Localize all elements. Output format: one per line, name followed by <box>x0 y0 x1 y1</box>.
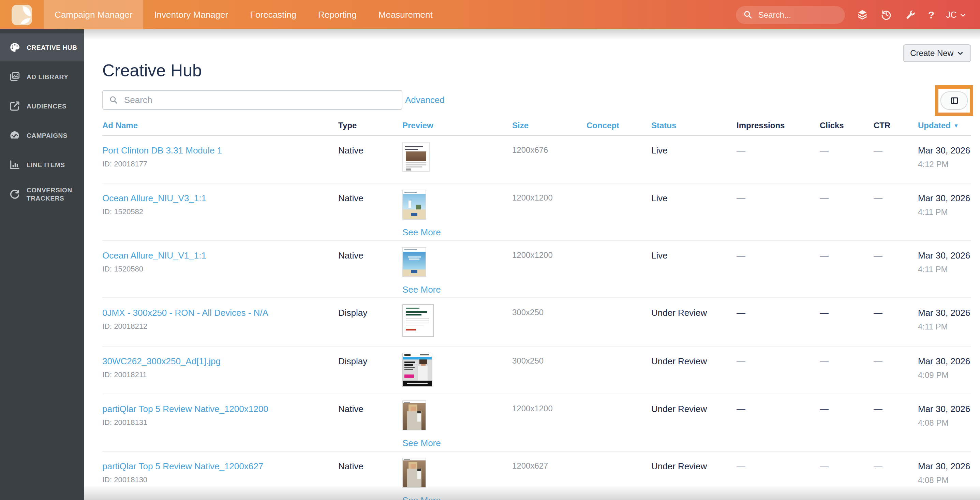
updated-date: Mar 30, 2026 <box>918 356 971 366</box>
ad-updated: Mar 30, 2026 4:08 PM <box>918 452 971 500</box>
sidebar-item-label: AUDIENCES <box>27 102 67 110</box>
user-menu[interactable]: JC <box>946 10 966 20</box>
bar-chart-icon <box>8 159 21 170</box>
ad-concept <box>587 452 651 500</box>
column-header-impressions: Impressions <box>737 121 820 130</box>
ad-id: ID: 1520580 <box>102 265 338 273</box>
ad-id: ID: 1520582 <box>102 207 338 215</box>
see-more-link[interactable]: See More <box>402 285 441 295</box>
updated-date: Mar 30, 2026 <box>918 461 971 471</box>
column-header-status[interactable]: Status <box>651 121 737 130</box>
ad-status: Live <box>651 241 737 298</box>
see-more-link[interactable]: See More <box>402 438 441 448</box>
column-header-type: Type <box>338 121 402 130</box>
see-more-link[interactable]: See More <box>402 495 441 500</box>
tab-reporting[interactable]: Reporting <box>307 0 368 29</box>
ad-impressions: — <box>737 183 820 240</box>
ad-type: Native <box>338 241 402 298</box>
ad-preview-thumbnail[interactable] <box>402 189 426 220</box>
tab-campaign-manager[interactable]: Campaign Manager <box>44 0 143 29</box>
column-header-concept[interactable]: Concept <box>587 121 651 130</box>
ad-size: 1200x1200 <box>512 394 587 451</box>
sidebar-item-ad-library[interactable]: AD LIBRARY <box>0 63 84 91</box>
ad-clicks: — <box>820 136 873 183</box>
updated-time: 4:11 PM <box>918 265 971 274</box>
ad-id: ID: 20018130 <box>102 475 338 484</box>
ad-ctr: — <box>873 347 918 393</box>
layers-icon[interactable] <box>857 8 869 21</box>
table-row: Ocean Allure_NIU_V1_1:1 ID: 1520580 Nati… <box>102 241 971 298</box>
column-header-size[interactable]: Size <box>512 121 587 130</box>
sidebar-item-label: CAMPAIGNS <box>27 131 67 140</box>
ad-ctr: — <box>873 183 918 240</box>
brand-logo[interactable] <box>0 0 44 29</box>
highlight-annotation <box>935 85 973 116</box>
ad-updated: Mar 30, 2026 4:11 PM <box>918 183 971 240</box>
create-new-button[interactable]: Create New <box>903 45 971 62</box>
page-title: Creative Hub <box>102 61 202 81</box>
sidebar-item-conversion-trackers[interactable]: CONVERSION TRACKERS <box>0 180 84 208</box>
ad-preview-thumbnail[interactable] <box>402 353 433 387</box>
ad-preview-thumbnail[interactable] <box>402 400 426 430</box>
updated-time: 4:11 PM <box>918 207 971 217</box>
left-sidebar: CREATIVE HUB AD LIBRARY AUD <box>0 29 84 500</box>
tab-forecasting[interactable]: Forecasting <box>239 0 307 29</box>
sidebar-item-line-items[interactable]: LINE ITEMS <box>0 151 84 179</box>
ad-name-link[interactable]: 0JMX - 300x250 - RON - All Devices - N/A <box>102 307 338 318</box>
advanced-search-link[interactable]: Advanced <box>405 95 445 105</box>
sidebar-item-campaigns[interactable]: CAMPAIGNS <box>0 121 84 150</box>
ad-size: 300x250 <box>512 347 587 393</box>
create-new-label: Create New <box>910 48 953 58</box>
ad-id: ID: 20018212 <box>102 322 338 330</box>
ad-clicks: — <box>820 347 873 393</box>
ad-name-link[interactable]: Port Clinton DB 3.31 Module 1 <box>102 145 338 156</box>
tab-measurement[interactable]: Measurement <box>368 0 444 29</box>
column-header-clicks: Clicks <box>820 121 873 130</box>
sidebar-item-audiences[interactable]: AUDIENCES <box>0 92 84 120</box>
column-header-ctr: CTR <box>873 121 918 130</box>
global-search-box[interactable] <box>736 6 845 24</box>
ad-status: Live <box>651 183 737 240</box>
ad-type: Native <box>338 394 402 451</box>
creatives-table: Ad Name Type Preview Size Concept Status… <box>102 121 971 500</box>
column-header-ad-name[interactable]: Ad Name <box>102 121 338 130</box>
tab-inventory-manager[interactable]: Inventory Manager <box>143 0 239 29</box>
table-search-input[interactable] <box>123 94 396 106</box>
table-row: partiQlar Top 5 Review Native_1200x1200 … <box>102 394 971 452</box>
updated-time: 4:12 PM <box>918 159 971 169</box>
history-icon[interactable] <box>880 8 893 21</box>
view-toggle-button[interactable] <box>940 91 968 110</box>
updated-time: 4:09 PM <box>918 370 971 380</box>
ad-preview-thumbnail[interactable] <box>402 304 434 337</box>
sidebar-item-label: CREATIVE HUB <box>27 43 77 51</box>
ad-preview-thumbnail[interactable] <box>402 458 426 488</box>
ad-name-link[interactable]: 30WC262_300x250_Ad[1].jpg <box>102 356 338 366</box>
ad-status: Live <box>651 136 737 183</box>
column-header-preview[interactable]: Preview <box>402 121 512 130</box>
wrench-icon[interactable] <box>904 8 916 21</box>
table-search-box[interactable] <box>102 90 402 110</box>
ad-name-link[interactable]: Ocean Allure_NIU_V1_1:1 <box>102 250 338 261</box>
ad-concept <box>587 183 651 240</box>
ad-type: Native <box>338 136 402 183</box>
ad-status: Under Review <box>651 298 737 346</box>
ad-preview-thumbnail[interactable] <box>402 247 426 277</box>
ad-type: Native <box>338 452 402 500</box>
ad-name-link[interactable]: Ocean Allure_NIU_V3_1:1 <box>102 193 338 203</box>
help-icon[interactable]: ? <box>928 9 934 21</box>
user-initials: JC <box>946 10 957 20</box>
ad-preview-thumbnail[interactable] <box>402 142 430 172</box>
updated-date: Mar 30, 2026 <box>918 145 971 156</box>
column-header-updated[interactable]: Updated▼ <box>918 121 971 130</box>
ad-size: 300x250 <box>512 298 587 346</box>
global-search-input[interactable] <box>757 9 837 20</box>
top-shadow <box>84 29 980 40</box>
ad-name-link[interactable]: partiQlar Top 5 Review Native_1200x1200 <box>102 404 338 414</box>
sidebar-item-creative-hub[interactable]: CREATIVE HUB <box>0 33 84 61</box>
ad-status: Under Review <box>651 452 737 500</box>
see-more-link[interactable]: See More <box>402 227 441 237</box>
table-row: partiQlar Top 5 Review Native_1200x627 I… <box>102 452 971 500</box>
updated-time: 4:08 PM <box>918 418 971 428</box>
ad-name-link[interactable]: partiQlar Top 5 Review Native_1200x627 <box>102 461 338 471</box>
ad-updated: Mar 30, 2026 4:09 PM <box>918 347 971 393</box>
